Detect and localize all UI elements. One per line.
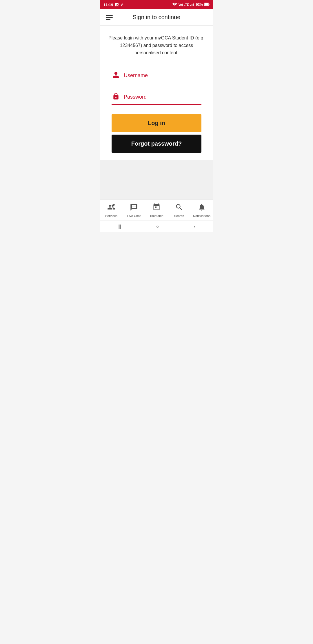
check-icon: ✔ xyxy=(120,3,123,7)
user-icon xyxy=(112,71,120,80)
timetable-label: Timetable xyxy=(150,214,163,218)
page-title: Sign in to continue xyxy=(133,14,181,21)
username-input[interactable] xyxy=(124,73,201,79)
username-group xyxy=(112,71,201,83)
content-area: Please login with your myGCA Student ID … xyxy=(100,26,213,232)
menu-line-1 xyxy=(106,15,113,16)
lock-icon xyxy=(112,93,120,102)
svg-rect-2 xyxy=(193,3,194,6)
battery-icon xyxy=(204,3,210,7)
nav-item-livechat[interactable]: Live Chat xyxy=(125,203,143,218)
search-label: Search xyxy=(174,214,184,218)
svg-rect-1 xyxy=(192,4,192,6)
forgot-password-button[interactable]: Forgot password? xyxy=(112,135,201,153)
form: Log in Forgot password? xyxy=(107,71,206,153)
android-navigation-bar: ||| ○ ‹ xyxy=(100,220,213,232)
password-input[interactable] xyxy=(124,94,201,100)
timetable-icon xyxy=(152,203,161,213)
status-bar: 11:19 🖼 ✔ Vo) LTE 93% xyxy=(100,0,213,9)
password-group xyxy=(112,93,201,105)
android-home-button[interactable]: ○ xyxy=(150,222,165,231)
services-icon: + xyxy=(107,203,115,213)
status-left: 11:19 🖼 ✔ xyxy=(103,3,123,7)
menu-line-3 xyxy=(106,19,110,20)
menu-line-2 xyxy=(106,17,113,18)
svg-rect-0 xyxy=(190,5,191,6)
login-button[interactable]: Log in xyxy=(112,114,201,132)
time: 11:19 xyxy=(103,3,113,7)
android-recents-button[interactable]: ||| xyxy=(112,222,127,231)
nav-item-timetable[interactable]: Timetable xyxy=(148,203,165,218)
nav-item-services[interactable]: + Services xyxy=(103,203,120,218)
livechat-label: Live Chat xyxy=(127,214,141,218)
nav-item-notifications[interactable]: Notifications xyxy=(193,203,210,218)
login-subtitle: Please login with your myGCA Student ID … xyxy=(107,34,206,57)
svg-rect-4 xyxy=(205,3,208,6)
svg-text:+: + xyxy=(113,204,114,206)
app-container: 11:19 🖼 ✔ Vo) LTE 93% xyxy=(100,0,213,232)
lte-icon: Vo) LTE xyxy=(179,3,189,6)
hamburger-menu-button[interactable] xyxy=(105,14,114,21)
android-back-button[interactable]: ‹ xyxy=(188,222,201,231)
image-icon: 🖼 xyxy=(115,3,119,7)
services-label: Services xyxy=(105,214,117,218)
signal-icon xyxy=(190,3,194,7)
wifi-icon xyxy=(172,3,177,7)
search-icon xyxy=(175,203,183,213)
nav-item-search[interactable]: Search xyxy=(170,203,188,218)
notifications-label: Notifications xyxy=(193,214,210,218)
chat-icon xyxy=(130,203,138,213)
bell-icon xyxy=(198,203,206,213)
login-form-container: Please login with your myGCA Student ID … xyxy=(100,26,213,160)
content-spacer xyxy=(100,160,213,200)
svg-rect-5 xyxy=(209,4,210,5)
status-right: Vo) LTE 93% xyxy=(172,3,210,7)
battery-percent: 93% xyxy=(196,3,203,7)
bottom-navigation: + Services Live Chat xyxy=(100,200,213,220)
header: Sign in to continue xyxy=(100,9,213,26)
